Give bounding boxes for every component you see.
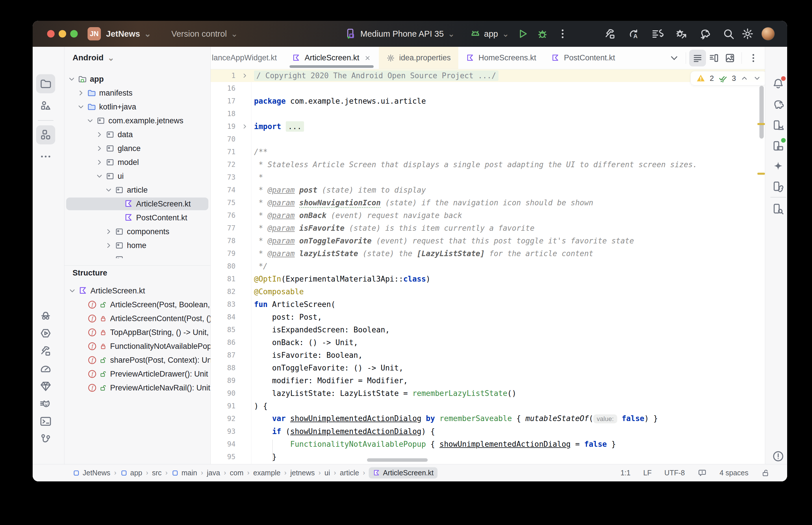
structure-item[interactable]: fPreviewArticleDrawer(): Unit xyxy=(64,368,211,380)
todo-icon[interactable] xyxy=(651,27,664,40)
line-number[interactable]: 18 xyxy=(211,107,236,120)
tab-articlescreen-kt[interactable]: ArticleScreen.kt xyxy=(284,47,379,69)
line-number[interactable]: 91 xyxy=(211,400,236,412)
structure-item[interactable]: fFunctionalityNotAvailablePop xyxy=(64,340,211,352)
code-line-74[interactable]: 74 * @param post (state) item to display xyxy=(211,184,765,196)
caret-position[interactable]: 1:1 xyxy=(620,469,631,477)
structure-item[interactable]: fTopAppBar(String, () -> Unit, xyxy=(64,326,211,339)
line-number[interactable]: 1 xyxy=(211,69,236,82)
fold-marker-icon[interactable] xyxy=(236,123,254,130)
chevron-down-icon[interactable] xyxy=(68,286,77,295)
code-line-86[interactable]: 86 onBack: () -> Unit, xyxy=(211,336,765,349)
tab-list-chevron-icon[interactable] xyxy=(668,52,680,64)
code-view-icon[interactable] xyxy=(692,52,703,64)
code-line-70[interactable]: 70 xyxy=(211,133,765,146)
code-line-94[interactable]: 94 FunctionalityNotAvailablePopup { show… xyxy=(211,438,765,450)
settings-icon[interactable] xyxy=(741,27,754,40)
chevron-down-icon[interactable] xyxy=(95,172,104,180)
line-number[interactable]: 86 xyxy=(211,336,236,349)
code-line-80[interactable]: 80 */ xyxy=(211,260,765,273)
line-number[interactable]: 89 xyxy=(211,374,236,387)
project-tree-item-ui[interactable]: ui xyxy=(64,170,211,182)
line-number[interactable]: 75 xyxy=(211,196,236,209)
line-number[interactable]: 83 xyxy=(211,298,236,311)
breadcrumb-item-com[interactable]: com xyxy=(230,469,243,477)
line-number[interactable]: 92 xyxy=(211,412,236,425)
build-icon[interactable] xyxy=(604,27,616,40)
project-tree-item-manifests[interactable]: manifests xyxy=(64,87,211,99)
tab-homescreens-kt[interactable]: HomeScreens.kt xyxy=(458,47,544,69)
chevron-right-icon[interactable] xyxy=(104,227,113,236)
code-line-17[interactable]: 17package com.example.jetnews.ui.article xyxy=(211,95,765,107)
code-line-91[interactable]: 91) { xyxy=(211,400,765,412)
gemini-icon[interactable] xyxy=(772,161,785,173)
code-line-81[interactable]: 81@OptIn(ExperimentalMaterial3Api::class… xyxy=(211,273,765,285)
line-number[interactable]: 73 xyxy=(211,171,236,184)
breadcrumb-item-example[interactable]: example xyxy=(253,469,281,477)
version-control-icon[interactable] xyxy=(39,433,52,445)
code-line-82[interactable]: 82@Composable xyxy=(211,285,765,298)
code-line-73[interactable]: 73 * xyxy=(211,171,765,184)
line-number[interactable]: 95 xyxy=(211,450,236,463)
profiler-icon[interactable] xyxy=(39,362,52,375)
version-control-menu[interactable]: Version control ⌄ xyxy=(171,21,238,47)
vertical-scrollbar[interactable] xyxy=(759,86,764,139)
structure-icon[interactable] xyxy=(39,129,52,141)
project-tree-item-article[interactable]: article xyxy=(64,184,211,196)
tab-lanceappwidget-kt[interactable]: lanceAppWidget.kt xyxy=(211,47,284,69)
notifications-icon[interactable] xyxy=(772,77,785,90)
debug-icon[interactable] xyxy=(536,27,549,40)
line-number[interactable]: 81 xyxy=(211,273,236,285)
editor-kebab-icon[interactable] xyxy=(748,52,759,64)
code-line-19[interactable]: 19import ... xyxy=(211,120,765,133)
chevron-right-icon[interactable] xyxy=(104,241,113,250)
chevron-down-icon[interactable] xyxy=(104,186,113,194)
chevron-right-icon[interactable] xyxy=(95,158,104,167)
unlock-icon[interactable] xyxy=(761,468,770,478)
line-number[interactable]: 79 xyxy=(211,247,236,260)
warning-stripe-mark[interactable] xyxy=(757,173,765,175)
app-inspection-icon[interactable] xyxy=(39,380,52,392)
breadcrumb-item-ui[interactable]: ui xyxy=(325,469,330,477)
close-icon[interactable] xyxy=(364,54,371,62)
structure-item[interactable]: fsharePost(Post, Context): Un xyxy=(64,354,211,366)
more-kebab-icon[interactable] xyxy=(556,27,569,40)
device-selector[interactable]: Medium Phone API 35 ⌄ xyxy=(360,21,455,47)
services-icon[interactable] xyxy=(39,327,52,340)
avatar[interactable] xyxy=(762,27,775,41)
inspections-widget[interactable]: 2 3 xyxy=(690,71,765,86)
chevron-right-icon[interactable] xyxy=(77,89,85,97)
project-menu[interactable]: JetNews ⌄ xyxy=(106,21,151,47)
line-number[interactable]: 93 xyxy=(211,425,236,438)
line-number[interactable]: 85 xyxy=(211,324,236,336)
code-line-1[interactable]: 1/ Copyright 2020 The Android Open Sourc… xyxy=(211,69,765,82)
device-phone-icon[interactable] xyxy=(344,27,357,40)
encoding[interactable]: UTF-8 xyxy=(664,469,685,477)
code-line-93[interactable]: 93 if (showUnimplementedActionDialog) { xyxy=(211,425,765,438)
sync-gradle-icon[interactable] xyxy=(698,27,711,40)
line-number[interactable]: 19 xyxy=(211,120,236,133)
tab-postcontent-kt[interactable]: PostContent.kt xyxy=(544,47,622,69)
line-ending[interactable]: LF xyxy=(643,469,652,477)
run-icon[interactable] xyxy=(516,27,529,40)
code-line-75[interactable]: 75 * @param showNavigationIcon (state) i… xyxy=(211,196,765,209)
code-line-84[interactable]: 84 post: Post, xyxy=(211,311,765,324)
chevron-down-icon[interactable] xyxy=(67,75,76,84)
code-line-85[interactable]: 85 isExpandedScreen: Boolean, xyxy=(211,324,765,336)
device-manager-icon[interactable] xyxy=(772,119,785,132)
code-line-87[interactable]: 87 isFavorite: Boolean, xyxy=(211,349,765,362)
chevron-right-icon[interactable] xyxy=(95,144,104,153)
device-explorer-icon[interactable] xyxy=(772,203,785,215)
build-tool-icon[interactable] xyxy=(39,345,52,357)
breadcrumb-item-jetnews[interactable]: jetnews xyxy=(290,469,315,477)
more-tools-icon[interactable] xyxy=(39,150,52,163)
code-line-71[interactable]: 71/** xyxy=(211,146,765,158)
code-line-90[interactable]: 90 lazyListState: LazyListState = rememb… xyxy=(211,387,765,400)
project-tree-item-model[interactable]: model xyxy=(64,156,211,169)
line-number[interactable]: 94 xyxy=(211,438,236,450)
structure-item[interactable]: fArticleScreen(Post, Boolean, xyxy=(64,298,211,311)
device-mirroring-icon[interactable] xyxy=(772,180,785,193)
line-number[interactable]: 76 xyxy=(211,209,236,222)
breadcrumb-item-app[interactable]: app xyxy=(120,469,143,477)
code-line-78[interactable]: 78 * @param onToggleFavorite (event) req… xyxy=(211,235,765,247)
